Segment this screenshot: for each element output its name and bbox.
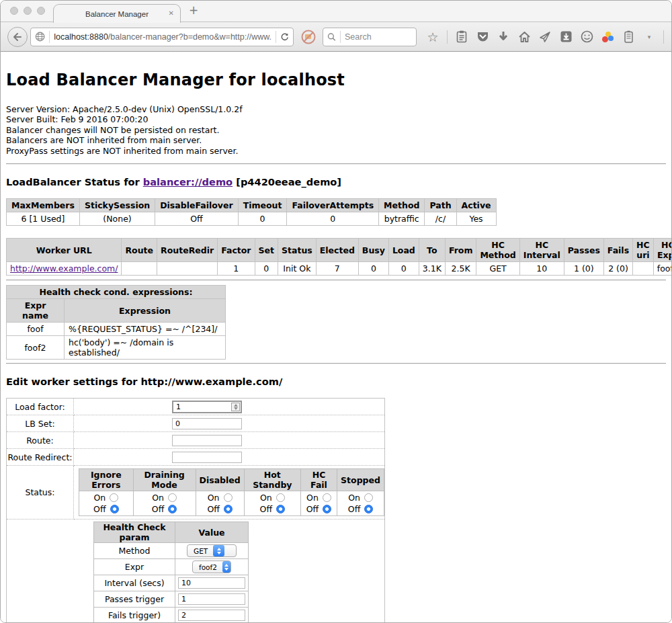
url-input[interactable]: localhost:8880/balancer-manager?b=demo&w… bbox=[54, 32, 271, 42]
download-box-icon[interactable] bbox=[559, 30, 573, 44]
route-redirect-input[interactable] bbox=[172, 452, 242, 463]
lb-set-input[interactable] bbox=[172, 418, 242, 429]
table-header-row: Expr name Expression bbox=[7, 299, 226, 323]
minimize-window-button[interactable] bbox=[24, 7, 32, 15]
load-factor-label: Load factor: bbox=[7, 399, 74, 415]
download-arrow-icon[interactable] bbox=[497, 30, 510, 44]
col-passes: Passes bbox=[564, 239, 603, 262]
status-disabled-cell: On Off bbox=[196, 491, 244, 516]
status-hot-standby-on-radio[interactable] bbox=[276, 493, 285, 502]
interval-input[interactable] bbox=[178, 577, 245, 589]
route-label: Route: bbox=[7, 432, 74, 449]
route-redirect-label: Route Redirect: bbox=[7, 449, 74, 466]
hc-row-method: Method GET bbox=[94, 543, 249, 559]
status-draining-mode-off-radio[interactable] bbox=[168, 505, 177, 513]
col-failoverattempts: FailoverAttempts bbox=[287, 199, 379, 212]
form-row-lb-set: LB Set: bbox=[7, 415, 385, 432]
cell-timeout: 0 bbox=[238, 212, 287, 226]
balancer-link[interactable]: balancer://demo bbox=[143, 176, 233, 188]
health-check-table: Health Check param Value Method GET Expr bbox=[93, 522, 249, 623]
back-button[interactable] bbox=[7, 27, 28, 47]
col-health-check-param: Health Check param bbox=[94, 522, 175, 543]
status-draining-mode-on-radio[interactable] bbox=[168, 493, 177, 502]
number-spinner-icon[interactable] bbox=[231, 403, 240, 411]
battery-icon[interactable] bbox=[622, 30, 635, 44]
cell-load: 0 bbox=[388, 262, 419, 276]
content-blocker-button[interactable] bbox=[300, 29, 317, 45]
col-hc-interval: HC Interval bbox=[519, 239, 564, 262]
health-check-cell: Health Check param Value Method GET Expr bbox=[7, 520, 385, 623]
col-status: Status bbox=[278, 239, 317, 262]
col-hc-uri: HC uri bbox=[633, 239, 654, 262]
status-hc-fail-off-radio[interactable] bbox=[323, 505, 331, 513]
section-divider bbox=[6, 363, 666, 364]
overflow-caret-icon[interactable]: ▾ bbox=[642, 30, 656, 44]
col-expression: Expression bbox=[65, 299, 226, 323]
new-tab-button[interactable]: + bbox=[189, 3, 198, 17]
search-bar[interactable] bbox=[323, 28, 417, 46]
status-disabled-off-radio[interactable] bbox=[224, 505, 233, 513]
col-value: Value bbox=[175, 522, 249, 543]
col-hc-method: HC Method bbox=[476, 239, 519, 262]
table-row: 6 [1 Used] (None) Off 0 0 bytraffic /c/ … bbox=[7, 212, 497, 226]
hc-header-row: Health Check param Value bbox=[94, 522, 249, 543]
pocket-icon[interactable] bbox=[476, 30, 489, 44]
status-ignore-errors-on-radio[interactable] bbox=[110, 493, 118, 502]
cell-expr-name: foof bbox=[7, 323, 65, 336]
passes-cell bbox=[175, 591, 249, 608]
status-stopped-off-radio[interactable] bbox=[364, 505, 373, 513]
feedback-smiley-icon[interactable] bbox=[580, 30, 593, 44]
clipboard-icon[interactable] bbox=[455, 30, 468, 44]
form-row-route: Route: bbox=[7, 432, 385, 449]
method-select[interactable]: GET bbox=[187, 544, 237, 557]
passes-input[interactable] bbox=[178, 593, 245, 605]
url-domain: localhost:8880 bbox=[54, 32, 108, 42]
fails-input[interactable] bbox=[178, 610, 245, 621]
bookmark-star-icon[interactable]: ☆ bbox=[426, 30, 439, 44]
col-expr-name: Expr name bbox=[7, 299, 65, 323]
cell-method: bytraffic bbox=[379, 212, 425, 226]
table-row: foof %{REQUEST_STATUS} =~ /^[234]/ bbox=[7, 323, 226, 336]
col-set: Set bbox=[255, 239, 278, 262]
tab-close-icon[interactable]: ✕ bbox=[169, 9, 174, 17]
form-row-route-redirect: Route Redirect: bbox=[7, 449, 385, 466]
passes-label: Passes trigger bbox=[94, 591, 175, 608]
col-hc-expr: HC Expr bbox=[653, 239, 671, 262]
col-stickysession: StickySession bbox=[79, 199, 155, 212]
status-header-row: Ignore Errors Draining Mode Disabled Hot… bbox=[79, 469, 384, 491]
status-disabled-on-radio[interactable] bbox=[224, 493, 233, 502]
reload-icon[interactable] bbox=[280, 32, 289, 42]
zoom-window-button[interactable] bbox=[37, 7, 45, 15]
server-version-line: Server Version: Apache/2.5.0-dev (Unix) … bbox=[6, 104, 666, 114]
status-stopped-on-radio[interactable] bbox=[364, 493, 373, 502]
send-plane-icon[interactable] bbox=[538, 30, 552, 44]
method-cell: GET bbox=[175, 543, 249, 559]
home-icon[interactable] bbox=[517, 30, 531, 44]
cell-hc-interval: 10 bbox=[519, 262, 564, 276]
url-path: /balancer-manager?b=demo&w=http://www.ex… bbox=[108, 32, 271, 42]
section-divider bbox=[6, 163, 666, 165]
titlebar: Balancer Manager ✕ + bbox=[1, 1, 671, 22]
url-bar[interactable]: localhost:8880/balancer-manager?b=demo&w… bbox=[30, 28, 294, 46]
status-hc-fail-on-radio[interactable] bbox=[323, 493, 331, 502]
cell-stickysession: (None) bbox=[79, 212, 155, 226]
status-ignore-errors-off-radio[interactable] bbox=[110, 505, 119, 513]
col-hot-standby: Hot Standby bbox=[244, 469, 300, 491]
off-label: Off bbox=[306, 504, 319, 514]
cell-path: /c/ bbox=[425, 212, 456, 226]
colored-dots-icon[interactable] bbox=[601, 30, 614, 44]
expr-select[interactable]: foof2 bbox=[192, 560, 231, 573]
status-hot-standby-off-radio[interactable] bbox=[276, 505, 285, 513]
route-cell bbox=[74, 432, 385, 449]
fails-cell bbox=[175, 608, 249, 623]
search-input[interactable] bbox=[345, 32, 412, 42]
close-window-button[interactable] bbox=[10, 7, 18, 15]
tab-balancer-manager[interactable]: Balancer Manager ✕ bbox=[53, 4, 181, 23]
cell-busy: 0 bbox=[358, 262, 388, 276]
worker-url-link[interactable]: http://www.example.com/ bbox=[10, 263, 118, 274]
col-elected: Elected bbox=[316, 239, 358, 262]
status-draining-mode-cell: On Off bbox=[133, 491, 196, 516]
route-input[interactable] bbox=[172, 435, 242, 446]
on-label: On bbox=[93, 493, 106, 503]
table-row: foof2 hc('body') =~ /domain is establish… bbox=[7, 336, 226, 360]
